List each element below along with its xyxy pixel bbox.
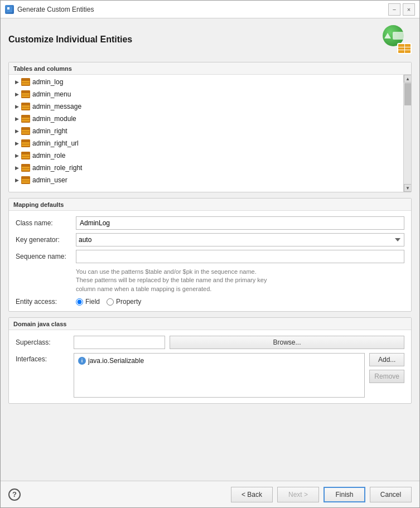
class-name-input[interactable] (76, 216, 404, 230)
cancel-button[interactable]: Cancel (370, 487, 412, 502)
mapping-section-label: Mapping defaults (9, 199, 411, 211)
domain-section-label: Domain java class (9, 318, 411, 330)
app-icon (5, 5, 14, 14)
browse-button[interactable]: Browse... (170, 336, 404, 349)
tree-item-label: admin_user (32, 176, 67, 184)
window-title: Generate Custom Entities (17, 6, 388, 13)
tree-arrow-icon: ▶ (13, 177, 20, 183)
table-icon (21, 176, 30, 185)
page-header: Customize Individual Entities (8, 25, 412, 54)
interfaces-label: Interfaces: (16, 353, 69, 363)
side-buttons: Add... Remove (369, 353, 404, 383)
help-icon[interactable]: ? (8, 488, 21, 501)
sequence-name-input[interactable] (76, 250, 404, 263)
header-logo (383, 25, 412, 54)
tree-arrow-icon: ▶ (13, 115, 20, 122)
tree-arrow-icon: ▶ (13, 103, 20, 110)
table-icon (21, 78, 30, 86)
tables-section: Tables and columns ▶ admin_log ▶ admin_m… (8, 62, 412, 192)
tree-item-label: admin_module (32, 115, 76, 123)
tree-item[interactable]: ▶ admin_log (9, 76, 403, 88)
radio-property-input[interactable] (107, 298, 114, 306)
tree-item-label: admin_right_url (32, 139, 79, 147)
key-generator-select[interactable]: auto sequence uuid none (76, 233, 404, 246)
footer-buttons: < Back Next > Finish Cancel (231, 487, 412, 502)
footer-left: ? (8, 488, 21, 501)
logo-table-icon (397, 43, 412, 54)
page-title: Customize Individual Entities (8, 35, 132, 45)
table-icon (21, 114, 30, 123)
minimize-button[interactable]: − (388, 3, 400, 16)
interfaces-box[interactable]: i java.io.Serializable (74, 353, 365, 398)
tree-item-label: admin_role (32, 152, 65, 159)
interfaces-row: Interfaces: i java.io.Serializable Add..… (16, 353, 404, 398)
tree-item[interactable]: ▶ admin_right (9, 125, 403, 137)
mapping-form: Class name: Key generator: auto sequence… (9, 211, 411, 311)
mapping-section: Mapping defaults Class name: Key generat… (8, 198, 412, 312)
tree-item-label: admin_role_right (32, 164, 82, 172)
add-button[interactable]: Add... (369, 353, 404, 366)
scrollbar-thumb[interactable] (404, 83, 411, 105)
tree-item[interactable]: ▶ admin_role_right (9, 162, 403, 174)
svg-rect-1 (7, 7, 9, 9)
domain-form: Superclass: Browse... Interfaces: i java… (9, 330, 411, 403)
domain-section: Domain java class Superclass: Browse... … (8, 317, 412, 404)
table-icon (21, 127, 30, 136)
window-controls: − × (388, 3, 415, 16)
class-name-label: Class name: (16, 219, 71, 227)
tree-item[interactable]: ▶ admin_menu (9, 88, 403, 100)
table-icon (21, 163, 30, 172)
sequence-hint-text: You can use the patterns $table and/or $… (76, 267, 404, 294)
tree-item-label: admin_message (32, 103, 81, 110)
superclass-row: Superclass: Browse... (16, 336, 404, 349)
entity-access-label: Entity access: (16, 298, 71, 306)
tree-arrow-icon: ▶ (13, 140, 20, 147)
table-icon (21, 139, 30, 148)
scroll-up-arrow[interactable]: ▲ (404, 75, 411, 83)
interface-label: java.io.Serializable (88, 357, 144, 365)
back-button[interactable]: < Back (231, 487, 273, 502)
footer: ? < Back Next > Finish Cancel (1, 481, 419, 507)
tree-item[interactable]: ▶ admin_module (9, 113, 403, 125)
close-button[interactable]: × (403, 3, 415, 16)
tree-arrow-icon: ▶ (13, 165, 20, 171)
table-icon (21, 102, 30, 111)
superclass-label: Superclass: (16, 338, 69, 346)
key-generator-label: Key generator: (16, 236, 71, 244)
scroll-down-arrow[interactable]: ▼ (404, 184, 411, 192)
titlebar: Generate Custom Entities − × (1, 1, 419, 18)
radio-field-input[interactable] (76, 298, 83, 306)
superclass-input[interactable] (74, 336, 165, 349)
radio-field-label: Field (85, 298, 100, 306)
tree-arrow-icon: ▶ (13, 128, 20, 134)
scrollbar-track (404, 83, 411, 184)
tree-arrow-icon: ▶ (13, 91, 20, 98)
next-button[interactable]: Next > (277, 487, 319, 502)
radio-field-option[interactable]: Field (76, 298, 100, 306)
tables-section-label: Tables and columns (9, 62, 411, 75)
main-window: Generate Custom Entities − × Customize I… (0, 0, 420, 508)
tree-area[interactable]: ▶ admin_log ▶ admin_menu ▶ admin_message (9, 75, 411, 192)
tree-item[interactable]: ▶ admin_user (9, 174, 403, 186)
tree-item-label: admin_menu (32, 90, 71, 98)
remove-button[interactable]: Remove (369, 370, 404, 383)
tree-arrow-icon: ▶ (13, 79, 20, 85)
tree-item-label: admin_right (32, 127, 67, 135)
finish-button[interactable]: Finish (324, 487, 365, 502)
content-area: Customize Individual Entities Tables and… (1, 18, 419, 481)
radio-property-label: Property (116, 298, 141, 306)
tree-item-label: admin_log (32, 78, 63, 86)
tree-arrow-icon: ▶ (13, 152, 20, 159)
tree-item[interactable]: ▶ admin_message (9, 100, 403, 113)
table-icon (21, 151, 30, 160)
info-icon: i (78, 357, 86, 365)
tree-item[interactable]: ▶ admin_right_url (9, 137, 403, 149)
tree-item[interactable]: ▶ admin_role (9, 149, 403, 162)
sequence-name-label: Sequence name: (16, 253, 71, 260)
radio-property-option[interactable]: Property (107, 298, 141, 306)
interface-item[interactable]: i java.io.Serializable (76, 356, 362, 366)
entity-access-radio-group: Field Property (76, 298, 404, 306)
tree-items: ▶ admin_log ▶ admin_menu ▶ admin_message (9, 75, 411, 187)
table-icon (21, 90, 30, 99)
tree-scrollbar[interactable]: ▲ ▼ (403, 75, 411, 192)
